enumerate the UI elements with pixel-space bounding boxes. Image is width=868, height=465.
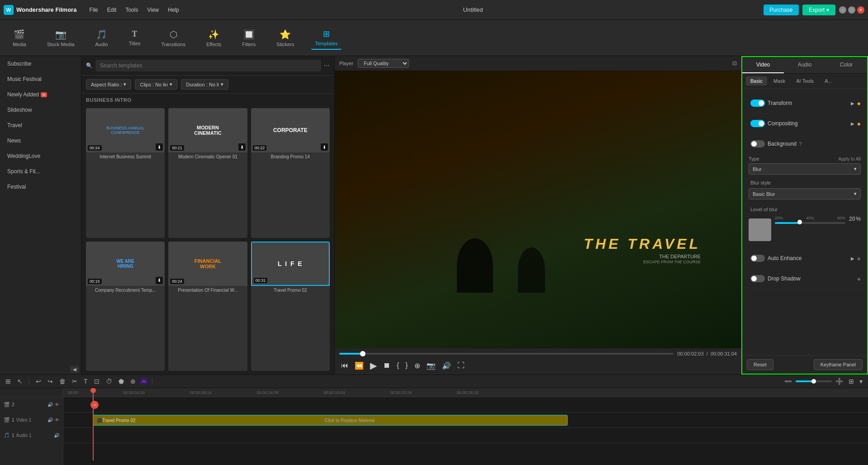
template-card-1[interactable]: BUSINESS ANNUALCONFERENCE 00:24 ⬇ Intern…	[86, 108, 165, 238]
volume-button[interactable]: 🔊	[440, 361, 453, 371]
export-button[interactable]: Export ▾	[802, 5, 835, 15]
tl-redo-button[interactable]: ↪	[46, 377, 55, 386]
toolbar-filters[interactable]: 🔲 Filters	[238, 26, 259, 50]
subtab-more[interactable]: A...	[820, 76, 837, 85]
fullscreen-ctrl-button[interactable]: ⛶	[455, 361, 466, 370]
compositing-diamond-icon[interactable]: ◆	[857, 121, 861, 126]
skip-back-button[interactable]: ⏮	[339, 361, 350, 370]
sidebar-item-travel[interactable]: Travel	[0, 118, 81, 133]
toolbar-stock-media[interactable]: 📷 Stock Media	[43, 26, 78, 50]
track-v1-eye-icon[interactable]: 👁	[55, 418, 59, 422]
step-back-button[interactable]: ⏪	[353, 361, 365, 371]
compositing-toggle[interactable]	[750, 120, 765, 127]
more-options-button[interactable]: ···	[324, 62, 330, 70]
mark-out-button[interactable]: }	[403, 361, 409, 370]
tl-select-tool-button[interactable]: ↖	[15, 377, 24, 386]
apply-to-all-button[interactable]: Apply to All	[839, 157, 861, 161]
reset-button[interactable]: Reset	[747, 359, 773, 370]
track-v2-eye-icon[interactable]: 👁	[55, 402, 59, 407]
drop-shadow-diamond-icon[interactable]: ◆	[857, 276, 861, 281]
sidebar-item-subscribe[interactable]: Subscribe	[0, 56, 81, 71]
drop-shadow-toggle[interactable]	[750, 275, 765, 282]
tl-zoom-out-button[interactable]: ➖	[783, 377, 794, 386]
tab-video[interactable]: Video	[742, 57, 784, 73]
tl-cut-button[interactable]: ✂	[70, 377, 79, 386]
subtab-ai-tools[interactable]: AI Tools	[792, 76, 818, 85]
track-v1-lock-icon[interactable]: 🔊	[47, 418, 53, 422]
collapse-button[interactable]: ◀	[70, 366, 79, 373]
screenshot-button[interactable]: 📷	[425, 361, 437, 371]
tl-speed-button[interactable]: ⏱	[104, 377, 114, 386]
subtab-basic[interactable]: Basic	[746, 76, 767, 85]
tab-audio[interactable]: Audio	[784, 57, 825, 73]
search-input[interactable]	[95, 60, 321, 71]
template-card-4[interactable]: WE AREHIRING 00:15 ⬇ Company Recruitment…	[86, 242, 165, 371]
card-download-2[interactable]: ⬇	[238, 143, 246, 151]
tl-text-button[interactable]: T	[82, 377, 90, 386]
mark-in-button[interactable]: {	[395, 361, 401, 370]
auto-enhance-diamond-icon[interactable]: ◆	[857, 256, 861, 261]
template-card-3[interactable]: CORPORATE 00:22 ⬇ Branding Promo 14	[251, 108, 330, 238]
track-v2-lock-icon[interactable]: 🔊	[47, 402, 53, 407]
menu-help[interactable]: Help	[164, 5, 183, 15]
play-button[interactable]: ▶	[368, 359, 379, 372]
auto-enhance-toggle[interactable]	[750, 255, 765, 262]
card-download-4[interactable]: ⬇	[156, 277, 163, 284]
sidebar-item-newly-added[interactable]: Newly Added N	[0, 87, 81, 102]
sidebar-item-weddinglove[interactable]: WeddingLove	[0, 148, 81, 164]
clips-no-filter[interactable]: Clips : No lin ▾	[135, 79, 177, 90]
toolbar-templates[interactable]: ⊞ Templates	[311, 26, 341, 50]
toolbar-effects[interactable]: ✨ Effects	[203, 26, 225, 50]
toolbar-stickers[interactable]: ⭐ Stickers	[273, 26, 298, 50]
sidebar-item-festival[interactable]: Festival	[0, 179, 81, 195]
aspect-ratio-filter[interactable]: Aspect Ratio : ▾	[86, 79, 131, 90]
menu-file[interactable]: File	[85, 5, 101, 15]
auto-enhance-chevron-icon[interactable]: ▶	[851, 256, 854, 261]
tl-add-track-button[interactable]: ⊞	[4, 377, 13, 386]
compositing-chevron-icon[interactable]: ▶	[851, 121, 854, 126]
tl-layout-button[interactable]: ⊞	[847, 377, 856, 386]
menu-tools[interactable]: Tools	[122, 5, 142, 15]
card-download-1[interactable]: ⬇	[156, 143, 163, 151]
card-download-3[interactable]: ⬇	[321, 143, 328, 151]
duration-filter[interactable]: Duration : No li ▾	[181, 79, 228, 90]
blur-level-bar[interactable]	[775, 222, 845, 224]
sidebar-item-news[interactable]: News	[0, 133, 81, 148]
blur-style-dropdown[interactable]: Basic Blur ▾	[749, 188, 861, 199]
main-clip[interactable]: ⬛ Travel Promo 02 Click to Replace Mater…	[93, 415, 568, 426]
template-card-6[interactable]: L I F E 00:31 Travel Promo 02	[251, 242, 330, 371]
tl-more-button[interactable]: ▾	[858, 377, 864, 386]
fullscreen-icon[interactable]: ⊡	[732, 60, 737, 66]
menu-view[interactable]: View	[143, 5, 162, 15]
stop-button[interactable]: ⏹	[381, 361, 392, 370]
sidebar-item-music-festival[interactable]: Music Festival	[0, 71, 81, 87]
sidebar-item-sports[interactable]: Sports & Fit...	[0, 164, 81, 179]
tl-ai-button[interactable]: AI	[140, 378, 148, 384]
track-a1-lock-icon[interactable]: 🔊	[54, 433, 59, 438]
close-button[interactable]: ✕	[857, 6, 864, 14]
progress-bar[interactable]	[339, 353, 674, 355]
toolbar-transitions[interactable]: ⬡ Transitions	[158, 26, 189, 50]
tl-keyframe-button[interactable]: ⬟	[117, 377, 126, 386]
tab-color[interactable]: Color	[825, 57, 867, 73]
keyframe-panel-button[interactable]: Keyframe Panel	[814, 359, 863, 370]
template-card-5[interactable]: FINANCIALWORK 00:24 Presentation Of Fina…	[168, 242, 247, 371]
purchase-button[interactable]: Purchase	[764, 5, 799, 15]
toolbar-titles[interactable]: T Titles	[125, 27, 144, 49]
tl-zoom-in-button[interactable]: ➕	[834, 377, 845, 386]
quality-select[interactable]: Full Quality Half Quality Quarter Qualit…	[358, 59, 409, 68]
tl-undo-button[interactable]: ↩	[34, 377, 43, 386]
tl-group-button[interactable]: ⊕	[128, 377, 138, 386]
template-card-2[interactable]: MODERNCINEMATIC 00:21 ⬇ Modern Cinematic…	[168, 108, 247, 238]
toolbar-audio[interactable]: 🎵 Audio	[92, 26, 112, 50]
menu-edit[interactable]: Edit	[104, 5, 120, 15]
transform-toggle[interactable]	[750, 100, 765, 107]
blur-dropdown[interactable]: Blur ▾	[749, 163, 861, 175]
snap-button[interactable]: ⊕	[413, 361, 422, 371]
subtab-mask[interactable]: Mask	[769, 76, 790, 85]
tl-crop-button[interactable]: ⊡	[92, 377, 101, 386]
sidebar-item-slideshow[interactable]: Slideshow	[0, 102, 81, 118]
zoom-bar[interactable]	[796, 380, 832, 382]
toolbar-media[interactable]: 🎬 Media	[9, 26, 30, 50]
maximize-button[interactable]: □	[848, 6, 855, 14]
